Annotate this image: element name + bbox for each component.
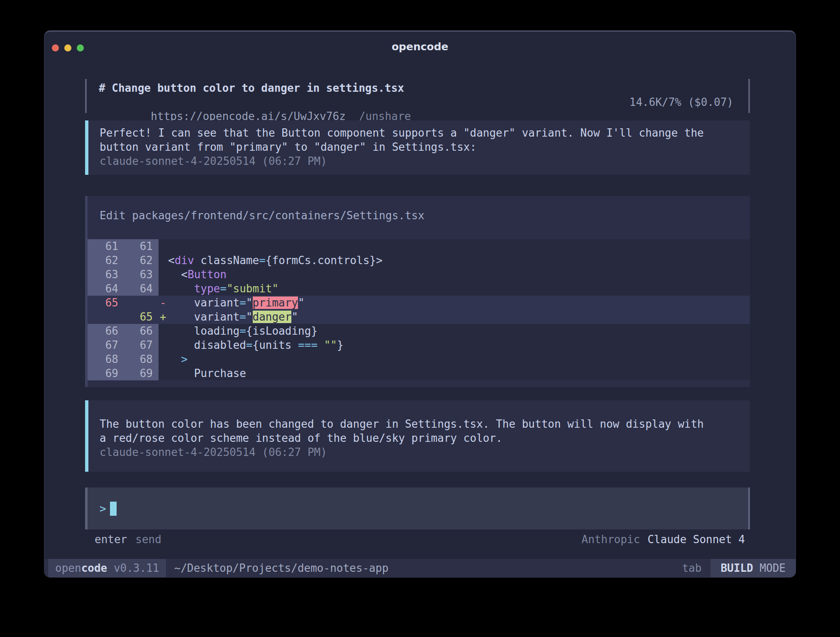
code-line: type="submit" — [168, 282, 750, 296]
diff-row: 6868 > — [88, 352, 750, 366]
diff-row: 6464 type="submit" — [88, 282, 750, 296]
gutter-pad — [153, 324, 159, 338]
text-cursor — [110, 502, 117, 516]
line-number-new: 62 — [118, 253, 153, 267]
line-number-new: 68 — [118, 352, 153, 366]
session-header: # Change button color to danger in setti… — [85, 79, 750, 113]
line-number-new: 66 — [118, 324, 153, 338]
message-text: button variant from "primary" to "danger… — [100, 140, 739, 154]
message-text: a red/rose color scheme instead of the b… — [100, 431, 739, 445]
code-line: loading={isLoading} — [168, 324, 750, 338]
line-number-old: 68 — [88, 352, 118, 366]
hints-row: entersend AnthropicClaude Sonnet 4 — [85, 532, 750, 546]
diff-marker — [159, 352, 168, 366]
status-bar: opencode v0.3.11 ~/Desktop/Projects/demo… — [44, 559, 796, 577]
diff-row: 6161 — [88, 239, 750, 253]
code-line: disabled={units === ""} — [168, 338, 750, 352]
gutter-pad — [153, 267, 159, 282]
diff-table: 61616262<div className={formCs.controls}… — [88, 239, 750, 380]
diff-marker: - — [159, 296, 168, 310]
diff-row: 65- variant="primary" — [88, 296, 750, 310]
provider-label: Anthropic — [581, 533, 640, 546]
edit-tool-block: Edit packages/frontend/src/containers/Se… — [85, 196, 750, 387]
diff-marker — [159, 267, 168, 282]
line-number-old: 66 — [88, 324, 118, 338]
line-number-new: 63 — [118, 267, 153, 282]
assistant-message: Perfect! I can see that the Button compo… — [85, 120, 750, 175]
app-version-chip: opencode v0.3.11 — [48, 559, 166, 577]
code-line: variant="danger" — [168, 310, 750, 324]
model-timestamp: claude-sonnet-4-20250514 (06:27 PM) — [100, 154, 739, 168]
line-number-new: 67 — [118, 338, 153, 352]
line-number-new: 65 — [118, 310, 153, 324]
code-line: Purchase — [168, 366, 750, 380]
gutter-pad — [153, 366, 159, 380]
title-bar: opencode — [44, 32, 796, 58]
edit-file-path: Edit packages/frontend/src/containers/Se… — [100, 208, 750, 223]
line-number-old: 62 — [88, 253, 118, 267]
gutter-pad — [153, 352, 159, 366]
working-directory: ~/Desktop/Projects/demo-notes-app — [174, 562, 388, 574]
window-title: opencode — [44, 41, 796, 53]
diff-marker — [159, 324, 168, 338]
diff-marker — [159, 338, 168, 352]
gutter-pad — [153, 282, 159, 296]
diff-row: 65+ variant="danger" — [88, 310, 750, 324]
mode-name: BUILD — [720, 562, 753, 574]
diff-row: 6666 loading={isLoading} — [88, 324, 750, 338]
app-version: v0.3.11 — [107, 562, 159, 574]
app-name-open: open — [55, 562, 81, 574]
diff-marker: + — [159, 310, 168, 324]
line-number-old — [88, 310, 118, 324]
gutter-pad — [153, 239, 159, 253]
line-number-new: 61 — [118, 239, 153, 253]
enter-key-hint: enter — [95, 533, 127, 546]
line-number-old: 61 — [88, 239, 118, 253]
line-number-old: 67 — [88, 338, 118, 352]
gutter-pad — [153, 296, 159, 310]
diff-marker — [159, 239, 168, 253]
code-line: <div className={formCs.controls}> — [168, 253, 750, 267]
diff-row: 6767 disabled={units === ""} — [88, 338, 750, 352]
line-number-old: 69 — [88, 366, 118, 380]
model-label: Claude Sonnet 4 — [647, 533, 745, 546]
session-title: # Change button color to danger in setti… — [99, 81, 733, 95]
send-hint: send — [135, 533, 161, 546]
mode-suffix: MODE — [753, 562, 786, 574]
app-name-code: code — [81, 562, 107, 574]
line-number-new — [118, 296, 153, 310]
token-usage: 14.6K/7% ($0.07) — [630, 95, 733, 109]
gutter-pad — [153, 253, 159, 267]
gutter-pad — [153, 310, 159, 324]
diff-row: 6262<div className={formCs.controls}> — [88, 253, 750, 267]
model-timestamp: claude-sonnet-4-20250514 (06:27 PM) — [100, 445, 739, 459]
diff-row: 6363 <Button — [88, 267, 750, 282]
line-number-old: 64 — [88, 282, 118, 296]
code-line: variant="primary" — [168, 296, 750, 310]
diff-marker — [159, 282, 168, 296]
assistant-message: The button color has been changed to dan… — [85, 400, 750, 472]
code-line: <Button — [168, 267, 750, 282]
line-number-new: 64 — [118, 282, 153, 296]
diff-marker — [159, 366, 168, 380]
gutter-pad — [153, 338, 159, 352]
mode-chip[interactable]: BUILD MODE — [711, 559, 796, 577]
message-text: The button color has been changed to dan… — [100, 417, 739, 431]
prompt-symbol: > — [100, 502, 106, 515]
code-line — [168, 239, 750, 253]
line-number-new: 69 — [118, 366, 153, 380]
diff-row: 6969 Purchase — [88, 366, 750, 380]
line-number-old: 65 — [88, 296, 118, 310]
opencode-window: opencode # Change button color to danger… — [44, 31, 796, 577]
tab-key-hint: tab — [682, 562, 701, 574]
message-text: Perfect! I can see that the Button compo… — [100, 126, 739, 140]
prompt-input[interactable]: > — [85, 488, 750, 529]
code-line: > — [168, 352, 750, 366]
line-number-old: 63 — [88, 267, 118, 282]
diff-marker — [159, 253, 168, 267]
